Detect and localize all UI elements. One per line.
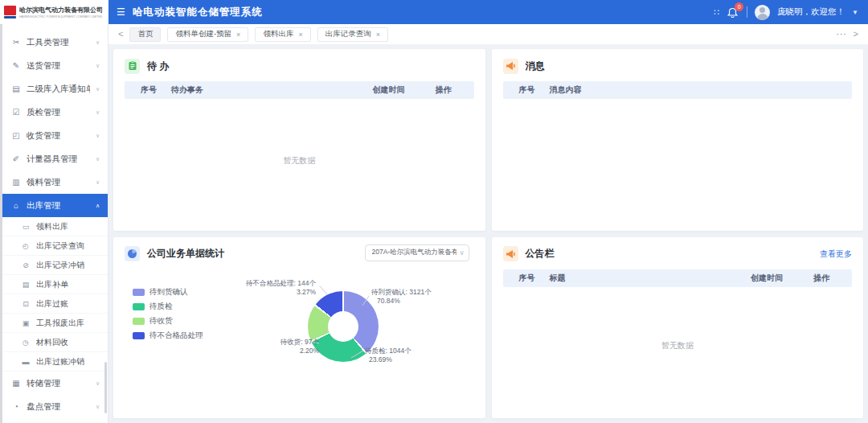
- todo-card: 待 办 序号 待办事务 创建时间 操作 暂无数据: [113, 49, 485, 231]
- menu-label: 收货管理: [27, 130, 90, 142]
- caret-down-icon[interactable]: ▼: [852, 9, 858, 16]
- company-select-value: 207A-哈尔滨电气动力装备有限公: [372, 248, 457, 257]
- messages-table-header: 序号 消息内容: [503, 81, 853, 99]
- sidebar-subitem[interactable]: ◴出库记录查询: [0, 236, 108, 256]
- tab-label: 领料单创建-预留: [175, 29, 231, 39]
- legend-item[interactable]: 待不合格品处理: [133, 331, 203, 341]
- sidebar-scrollbar-thumb[interactable]: [104, 362, 107, 413]
- tab[interactable]: 首页: [129, 27, 161, 42]
- bulletin-empty-state: 暂无数据: [492, 340, 864, 351]
- menu-label: 工具报废出库: [36, 318, 100, 329]
- tab[interactable]: 领料出库×: [255, 27, 310, 42]
- tab-label: 首页: [137, 29, 153, 39]
- company-select[interactable]: 207A-哈尔滨电气动力装备有限公 ∨: [365, 244, 469, 261]
- fullscreen-icon[interactable]: ∷: [714, 7, 719, 18]
- sidebar-item[interactable]: ▤二级库入库通知单∨: [0, 77, 108, 101]
- menu-icon: ◷: [21, 339, 31, 347]
- menu-icon: ▣: [21, 319, 31, 327]
- sidebar-subitem[interactable]: ▭领料出库: [0, 217, 108, 236]
- sidebar-subitem[interactable]: ▬出库过账冲销: [0, 352, 108, 372]
- user-greeting[interactable]: 庞晓明，欢迎您！: [777, 6, 845, 18]
- sidebar-item[interactable]: ✂工具类管理∨: [0, 31, 108, 54]
- avatar[interactable]: [755, 5, 770, 20]
- sidebar-item[interactable]: ☑质检管理∨: [0, 101, 108, 124]
- sidebar-item[interactable]: ✐计量器具管理∨: [0, 147, 108, 170]
- menu-icon: ◰: [11, 131, 21, 140]
- notification-badge: 0: [735, 2, 743, 11]
- menu-label: 送货管理: [27, 60, 90, 72]
- clipboard-icon: [125, 59, 140, 74]
- sidebar-menu: ✂工具类管理∨✎送货管理∨▤二级库入库通知单∨☑质检管理∨◰收货管理∨✐计量器具…: [0, 31, 108, 418]
- chevron-down-icon: ∨: [96, 63, 100, 69]
- menu-label: 领料出库: [36, 221, 100, 232]
- todo-title: 待 办: [147, 60, 169, 73]
- menu-icon: ✂: [11, 38, 21, 47]
- column-header: 创建时间: [751, 273, 813, 284]
- sidebar-item[interactable]: ⌂出库管理∧: [0, 194, 108, 217]
- menu-label: 质检管理: [27, 107, 90, 118]
- menu-icon: ⊘: [21, 261, 31, 269]
- column-header: 序号: [503, 84, 550, 96]
- menu-label: 领料管理: [27, 177, 90, 188]
- callout-label: 待质检: 1044个 23.69%: [365, 347, 411, 366]
- sidebar-item[interactable]: ◰收货管理∨: [0, 124, 108, 147]
- notification-bell[interactable]: 0: [727, 6, 739, 18]
- menu-label: 出库管理: [27, 200, 90, 212]
- legend-item[interactable]: 待收货: [133, 316, 203, 326]
- column-header: 操作: [436, 84, 474, 96]
- tab[interactable]: 出库记录查询×: [317, 27, 388, 42]
- menu-icon: ◴: [21, 242, 31, 250]
- donut-hole: [328, 311, 358, 342]
- legend-label: 待质检: [149, 302, 173, 312]
- company-name-en: HARBIN ELECTRIC POWER EQUIPMENT COMPANY …: [19, 14, 80, 18]
- chevron-down-icon: ∨: [96, 380, 100, 387]
- chevron-down-icon: ∨: [460, 249, 465, 257]
- column-header: 标题: [550, 273, 751, 284]
- tab[interactable]: 领料单创建-预留×: [167, 27, 248, 42]
- column-header: 待办事务: [171, 84, 373, 96]
- todo-table-header: 序号 待办事务 创建时间 操作: [125, 81, 474, 99]
- sidebar-item[interactable]: ✎送货管理∨: [0, 54, 108, 77]
- left-scrollbar[interactable]: [0, 24, 2, 423]
- callout-label: 待不合格品处理: 144个 3.27%: [192, 279, 316, 298]
- menu-icon: ☑: [11, 108, 21, 117]
- menu-label: 出库过账: [36, 298, 100, 310]
- sidebar-subitem[interactable]: ⊘出库记录冲销: [0, 256, 108, 275]
- chevron-down-icon: ∨: [96, 133, 100, 139]
- sidebar-subitem[interactable]: ◷材料回收: [0, 333, 108, 352]
- legend-swatch: [133, 318, 145, 325]
- view-more-link[interactable]: 查看更多: [820, 248, 852, 260]
- tab-label: 领料出库: [263, 29, 293, 39]
- chevron-down-icon: ∨: [96, 86, 100, 92]
- tab-close-icon[interactable]: ×: [298, 31, 302, 39]
- messages-card: 消息 序号 消息内容: [492, 49, 864, 231]
- menu-label: 出库补单: [36, 279, 100, 290]
- menu-icon: ⌂: [11, 201, 21, 210]
- tabs-forward-icon[interactable]: >: [854, 30, 858, 39]
- column-header: 操作: [813, 273, 852, 284]
- sidebar-item[interactable]: ▦转储管理∨: [0, 372, 108, 395]
- sidebar-item[interactable]: ▥领料管理∨: [0, 170, 108, 194]
- sidebar-subitem[interactable]: ▣工具报废出库: [0, 314, 108, 333]
- legend-swatch: [133, 332, 145, 339]
- callout-label: 待收货: 97个 2.20%: [208, 338, 319, 357]
- sidebar: ✂工具类管理∨✎送货管理∨▤二级库入库通知单∨☑质检管理∨◰收货管理∨✐计量器具…: [0, 24, 108, 423]
- bulletin-card: 公告栏 查看更多 序号 标题 创建时间 操作 暂无数据: [492, 237, 864, 419]
- collapse-menu-icon[interactable]: ☰: [117, 7, 125, 17]
- menu-label: 计量器具管理: [27, 154, 90, 165]
- menu-icon: ✎: [11, 61, 21, 70]
- column-header: 序号: [503, 273, 550, 284]
- sidebar-subitem[interactable]: ▤出库补单: [0, 275, 108, 294]
- legend-item[interactable]: 待质检: [133, 302, 203, 312]
- chevron-down-icon: ∨: [96, 179, 100, 186]
- chevron-down-icon: ∨: [96, 404, 100, 410]
- menu-label: 材料回收: [36, 337, 100, 348]
- tab-close-icon[interactable]: ×: [236, 31, 240, 39]
- menu-label: 出库记录查询: [36, 240, 100, 252]
- tabs-more-icon[interactable]: ···: [837, 30, 847, 39]
- tabs-back-icon[interactable]: <: [118, 30, 123, 39]
- company-logo: [4, 6, 16, 18]
- sidebar-item[interactable]: ◔盘点管理∨: [0, 395, 108, 418]
- tab-close-icon[interactable]: ×: [376, 31, 380, 39]
- sidebar-subitem[interactable]: ⊡出库过账: [0, 294, 108, 314]
